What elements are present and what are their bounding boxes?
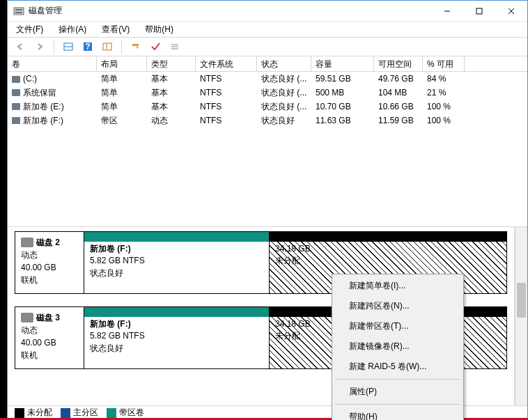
table-row[interactable]: 新加卷 (E:)简单基本NTFS状态良好 (...10.70 GB10.66 G… bbox=[8, 100, 527, 114]
col-capacity[interactable]: 容量 bbox=[311, 56, 374, 71]
svg-text:?: ? bbox=[85, 42, 90, 52]
partition-volume[interactable]: 新加卷 (F:)5.82 GB NTFS状态良好 bbox=[84, 232, 270, 293]
view-mode-icon[interactable] bbox=[99, 38, 116, 55]
col-percent[interactable]: % 可用 bbox=[423, 56, 465, 71]
scrollbar[interactable] bbox=[515, 227, 527, 405]
close-button[interactable] bbox=[495, 1, 527, 21]
svg-rect-2 bbox=[15, 12, 22, 13]
col-status[interactable]: 状态 bbox=[257, 56, 311, 71]
volume-icon bbox=[12, 89, 20, 96]
menu-action[interactable]: 操作(A) bbox=[56, 22, 89, 37]
app-icon bbox=[13, 6, 24, 17]
help-icon[interactable]: ? bbox=[79, 38, 96, 55]
volume-list-body: (C:)简单基本NTFS状态良好 (...59.51 GB49.76 GB84 … bbox=[8, 72, 527, 226]
menu-view[interactable]: 查看(V) bbox=[99, 22, 132, 37]
menu-file[interactable]: 文件(F) bbox=[13, 22, 46, 37]
titlebar: 磁盘管理 bbox=[8, 1, 527, 22]
refresh-icon[interactable] bbox=[127, 38, 144, 55]
disk-info[interactable]: 磁盘 3动态40.00 GB联机 bbox=[15, 307, 84, 368]
maximize-button[interactable] bbox=[463, 1, 495, 21]
table-row[interactable]: 新加卷 (F:)带区动态NTFS状态良好11.63 GB11.59 GB100 … bbox=[8, 114, 527, 127]
forward-icon[interactable] bbox=[31, 38, 48, 55]
disk-icon bbox=[21, 238, 33, 247]
svg-rect-0 bbox=[14, 8, 24, 15]
volume-list: 卷 布局 类型 文件系统 状态 容量 可用空间 % 可用 (C:)简单基本NTF… bbox=[8, 56, 527, 227]
legend-striped: 带区卷 bbox=[107, 407, 144, 419]
scroll-thumb[interactable] bbox=[517, 283, 526, 318]
col-filesystem[interactable]: 文件系统 bbox=[196, 56, 257, 71]
volume-icon bbox=[12, 117, 20, 124]
partition-volume[interactable]: 新加卷 (F:)5.82 GB NTFS状态良好 bbox=[84, 307, 270, 368]
context-menu-divider bbox=[335, 379, 460, 380]
toolbar-divider bbox=[121, 40, 122, 54]
minimize-button[interactable] bbox=[431, 1, 463, 21]
panel-icon[interactable] bbox=[60, 38, 77, 55]
volume-list-header: 卷 布局 类型 文件系统 状态 容量 可用空间 % 可用 bbox=[8, 56, 527, 72]
legend-unallocated: 未分配 bbox=[15, 407, 52, 419]
col-layout[interactable]: 布局 bbox=[97, 56, 147, 71]
check-icon[interactable] bbox=[147, 38, 164, 55]
svg-rect-13 bbox=[132, 44, 139, 46]
table-row[interactable]: (C:)简单基本NTFS状态良好 (...59.51 GB49.76 GB84 … bbox=[8, 72, 527, 86]
context-menu: 新建简单卷(I)...新建跨区卷(N)...新建带区卷(T)...新建镜像卷(R… bbox=[332, 274, 464, 420]
svg-rect-4 bbox=[476, 8, 482, 14]
menu-help[interactable]: 帮助(H) bbox=[142, 22, 176, 37]
context-menu-item[interactable]: 新建跨区卷(N)... bbox=[334, 296, 462, 316]
disk-info[interactable]: 磁盘 2动态40.00 GB联机 bbox=[15, 232, 84, 293]
menubar: 文件(F) 操作(A) 查看(V) 帮助(H) bbox=[8, 22, 527, 37]
svg-rect-1 bbox=[15, 9, 22, 10]
legend-primary: 主分区 bbox=[61, 407, 98, 419]
back-icon[interactable] bbox=[12, 38, 29, 55]
list-icon[interactable] bbox=[166, 38, 183, 55]
disk-icon bbox=[21, 313, 33, 322]
toolbar-divider bbox=[54, 40, 54, 54]
col-volume[interactable]: 卷 bbox=[8, 56, 97, 71]
window-title: 磁盘管理 bbox=[29, 5, 431, 17]
context-menu-item[interactable]: 新建 RAID-5 卷(W)... bbox=[334, 357, 462, 377]
context-menu-item[interactable]: 新建镜像卷(R)... bbox=[334, 336, 462, 357]
col-free[interactable]: 可用空间 bbox=[374, 56, 423, 71]
context-menu-item[interactable]: 新建带区卷(T)... bbox=[334, 316, 462, 336]
volume-icon bbox=[12, 76, 20, 83]
context-menu-item[interactable]: 新建简单卷(I)... bbox=[334, 276, 462, 296]
volume-icon bbox=[12, 103, 20, 110]
table-row[interactable]: 系统保留简单基本NTFS状态良好 (...500 MB104 MB21 % bbox=[8, 86, 527, 100]
context-menu-help[interactable]: 帮助(H) bbox=[334, 407, 462, 420]
context-menu-properties[interactable]: 属性(P) bbox=[334, 382, 462, 402]
toolbar: ? bbox=[8, 37, 527, 56]
svg-rect-11 bbox=[103, 43, 111, 50]
context-menu-divider bbox=[335, 404, 460, 405]
col-type[interactable]: 类型 bbox=[147, 56, 196, 71]
